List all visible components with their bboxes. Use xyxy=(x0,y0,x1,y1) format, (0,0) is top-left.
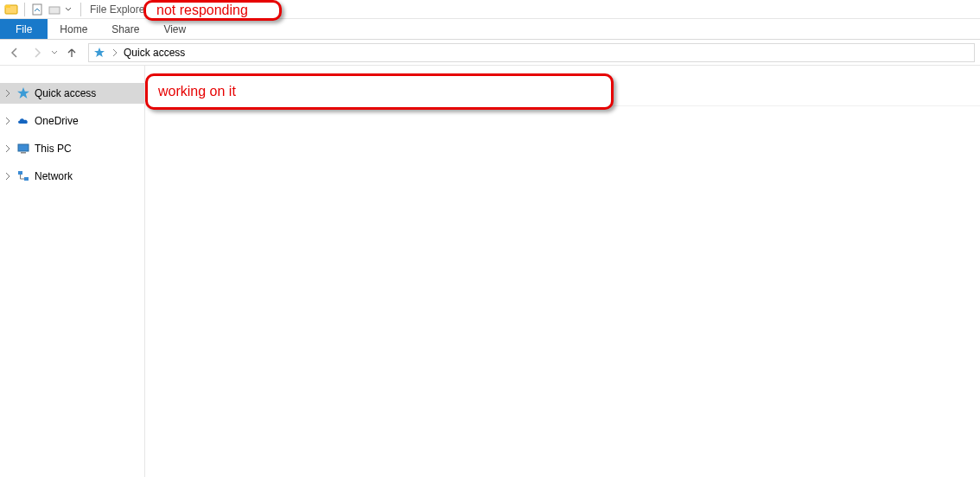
svg-rect-4 xyxy=(18,144,29,151)
content-pane xyxy=(145,66,980,477)
ribbon-tabs: File Home Share View xyxy=(0,19,980,40)
sidebar-item-network[interactable]: Network xyxy=(0,166,144,187)
quick-access-star-icon xyxy=(16,86,31,101)
tab-view[interactable]: View xyxy=(151,19,198,39)
onedrive-cloud-icon xyxy=(16,113,31,129)
tab-file[interactable]: File xyxy=(0,19,48,39)
sidebar-item-quick-access[interactable]: Quick access xyxy=(0,83,144,104)
file-explorer-icon xyxy=(4,3,18,16)
qat-customize-dropdown[interactable] xyxy=(63,2,73,17)
window-title: File Explorer xyxy=(90,3,148,16)
forward-button[interactable] xyxy=(28,43,47,62)
sidebar-item-label: Network xyxy=(35,170,73,182)
this-pc-monitor-icon xyxy=(16,141,31,156)
navigation-bar: Quick access xyxy=(0,40,980,66)
svg-rect-2 xyxy=(33,4,41,15)
annotation-not-responding: not responding xyxy=(143,0,282,21)
main-area: Quick access OneDrive T xyxy=(0,66,980,477)
up-button[interactable] xyxy=(62,43,81,62)
address-bar[interactable]: Quick access xyxy=(88,43,975,62)
annotation-text: working on it xyxy=(158,84,236,99)
recent-locations-dropdown[interactable] xyxy=(50,49,59,56)
address-location[interactable]: Quick access xyxy=(124,47,185,59)
chevron-right-icon[interactable] xyxy=(3,172,12,181)
navigation-pane: Quick access OneDrive T xyxy=(0,66,145,477)
tab-share[interactable]: Share xyxy=(99,19,151,39)
quick-access-icon xyxy=(92,46,106,60)
tab-home[interactable]: Home xyxy=(48,19,99,39)
qat-properties-icon[interactable] xyxy=(29,2,45,17)
sidebar-item-onedrive[interactable]: OneDrive xyxy=(0,111,144,131)
sidebar-item-this-pc[interactable]: This PC xyxy=(0,138,144,159)
svg-rect-6 xyxy=(18,171,22,175)
chevron-right-icon[interactable] xyxy=(111,48,118,57)
svg-rect-3 xyxy=(49,7,60,14)
back-button[interactable] xyxy=(5,43,24,62)
annotation-text: not responding xyxy=(156,3,248,18)
chevron-right-icon[interactable] xyxy=(3,89,12,98)
svg-rect-1 xyxy=(5,5,10,8)
separator xyxy=(80,3,81,16)
sidebar-item-label: Quick access xyxy=(35,87,96,99)
network-icon xyxy=(16,169,31,184)
qat-new-folder-icon[interactable] xyxy=(47,2,62,17)
separator xyxy=(24,3,25,16)
chevron-right-icon[interactable] xyxy=(3,144,12,153)
svg-rect-7 xyxy=(24,177,29,181)
svg-rect-5 xyxy=(21,152,26,154)
chevron-right-icon[interactable] xyxy=(3,117,12,125)
annotation-working-on-it: working on it xyxy=(145,73,614,110)
sidebar-item-label: OneDrive xyxy=(35,115,79,127)
sidebar-item-label: This PC xyxy=(35,143,72,155)
